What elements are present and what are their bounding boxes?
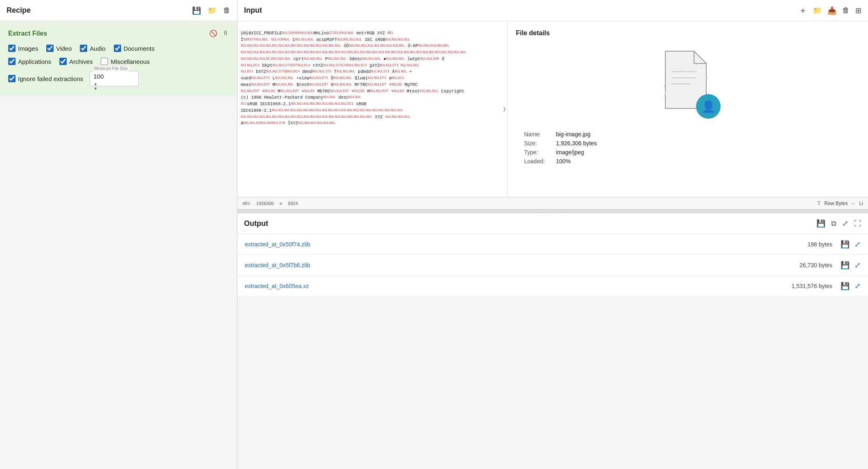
import-icon[interactable]: 📥 (827, 6, 836, 15)
output-filename-1[interactable]: extracted_at_0x50f74.zlib (245, 241, 310, 248)
output-save-2[interactable]: 💾 (841, 261, 850, 270)
li-button[interactable]: Li (859, 201, 863, 206)
folder-icon[interactable]: 📁 (208, 6, 217, 15)
file-size-row: Size: 1,926,306 bytes (524, 140, 597, 147)
output-panel: Output 💾 ⧉ ⤢ ⛶ extracted_at_0x50f74.zlib… (237, 213, 868, 469)
file-details-title: File details (516, 29, 550, 37)
input-body: ÿ0ÿâXICC_PROFILENULSOHSOHNULNULĦHLinoSTX… (237, 21, 868, 197)
hex-status-bar: abc 1926306 ≡ 6924 𝕋 Raw Bytes ← Li (237, 197, 868, 210)
save-icon[interactable]: 💾 (192, 6, 201, 15)
output-save-3[interactable]: 💾 (841, 282, 850, 291)
output-right-3: 1,531,576 bytes 💾 ⤢ (791, 282, 861, 291)
output-export-2[interactable]: ⤢ (854, 261, 861, 270)
recipe-title: Recipe (7, 6, 31, 15)
type-value: image/jpeg (556, 149, 584, 156)
miscellaneous-label: Miscellaneous (111, 58, 149, 65)
size-value: 1,926,306 bytes (556, 140, 597, 147)
output-size-2: 26,730 bytes (800, 262, 832, 268)
miscellaneous-checkbox[interactable] (101, 58, 108, 65)
input-title: Input (244, 6, 262, 15)
file-loaded-row: Loaded: 100% (524, 158, 597, 165)
plus-icon[interactable]: ＋ (799, 5, 807, 16)
hex-stats: abc 1926306 ≡ 6924 (242, 201, 298, 206)
video-checkbox-item[interactable]: Video (46, 45, 72, 52)
video-label: Video (56, 45, 72, 52)
audio-label: Audio (90, 45, 105, 52)
recipe-header-icons: 💾 📁 🗑 (192, 6, 231, 15)
output-expand-icon[interactable]: ⤢ (842, 219, 848, 228)
documents-checkbox-item[interactable]: Documents (114, 45, 155, 52)
extract-files-section: Extract Files 🚫 ⏸ Images Video Audio (0, 21, 237, 96)
audio-checkbox-item[interactable]: Audio (80, 45, 105, 52)
recipe-header: Recipe 💾 📁 🗑 (0, 0, 237, 21)
output-export-3[interactable]: ⤢ (854, 282, 861, 291)
applications-checkbox[interactable] (8, 58, 16, 65)
output-copy-icon[interactable]: ⧉ (831, 219, 836, 228)
audio-checkbox[interactable] (80, 45, 87, 52)
output-item-2: extracted_at_0x5f7b6.zlib 26,730 bytes 💾… (237, 255, 868, 276)
output-fullscreen-icon[interactable]: ⛶ (854, 219, 861, 228)
file-meta: Name: big-image.jpg Size: 1,926,306 byte… (524, 131, 597, 167)
output-list: extracted_at_0x50f74.zlib 198 bytes 💾 ⤢ … (237, 234, 868, 469)
delete-icon[interactable]: 🗑 (842, 6, 850, 15)
trash-icon[interactable]: 🗑 (223, 6, 231, 15)
hex-lines-count: 6924 (288, 201, 298, 206)
loaded-value: 100% (556, 158, 571, 165)
images-checkbox-item[interactable]: Images (8, 45, 38, 52)
file-name-row: Name: big-image.jpg (524, 131, 597, 138)
name-label: Name: (524, 131, 553, 138)
applications-checkbox-item[interactable]: Applications (8, 58, 51, 65)
arrow-icon: ← (851, 201, 856, 206)
output-item-3: extracted_at_0x605ea.xz 1,531,576 bytes … (237, 276, 868, 297)
documents-checkbox[interactable] (114, 45, 121, 52)
output-right-1: 198 bytes 💾 ⤢ (807, 240, 861, 249)
input-header: Input ＋ 📁 📥 🗑 ⊞ (237, 0, 868, 21)
hex-scroll-arrow[interactable]: ❯ (502, 104, 506, 114)
output-save-1[interactable]: 💾 (841, 240, 850, 249)
output-header-icons: 💾 ⧉ ⤢ ⛶ (816, 219, 861, 228)
left-panel: Recipe 💾 📁 🗑 Extract Files 🚫 ⏸ Images (0, 0, 237, 469)
hex-content: ÿ0ÿâXICC_PROFILENULSOHSOHNULNULĦHLinoSTX… (241, 24, 504, 182)
file-type-row-1: Images Video Audio Documents (8, 45, 229, 52)
archives-checkbox-item[interactable]: Archives (59, 58, 93, 65)
hex-mode-controls: 𝕋 Raw Bytes ← Li (817, 201, 863, 206)
type-label: Type: (524, 149, 553, 156)
min-file-size-row: Ignore failed extractions Minimum File S… (8, 71, 229, 86)
grid-icon[interactable]: ⊞ (855, 6, 861, 15)
panel-divider[interactable]: · · · · · · · · · (237, 210, 868, 213)
images-checkbox[interactable] (8, 45, 16, 52)
ignore-failed-checkbox[interactable] (8, 75, 16, 82)
ignore-failed-checkbox-item[interactable]: Ignore failed extractions (8, 75, 83, 82)
font-icon: 𝕋 (817, 201, 821, 206)
output-export-1[interactable]: ⤢ (854, 240, 861, 249)
new-folder-icon[interactable]: 📁 (813, 6, 822, 15)
file-badge: 👤 (696, 94, 721, 119)
spinner-arrows[interactable]: ▲ ▼ (93, 81, 97, 91)
min-size-box: Minimum File Size 100 ▲ ▼ (90, 71, 139, 86)
file-details-panel: File details (508, 21, 868, 197)
hex-view: ÿ0ÿâXICC_PROFILENULSOHSOHNULNULĦHLinoSTX… (237, 21, 508, 197)
file-type-row: Type: image/jpeg (524, 149, 597, 156)
ban-icon[interactable]: 🚫 (209, 29, 217, 37)
file-type-row-2: Applications Archives Miscellaneous (8, 58, 229, 65)
output-filename-3[interactable]: extracted_at_0x605ea.xz (245, 283, 309, 289)
output-size-3: 1,531,576 bytes (791, 283, 832, 289)
spinner-down[interactable]: ▼ (93, 86, 97, 91)
pause-icon[interactable]: ⏸ (222, 29, 229, 37)
spinner-up[interactable]: ▲ (93, 81, 97, 86)
min-size-value: 100 (93, 73, 104, 80)
hex-lines-icon: ≡ (280, 201, 282, 206)
output-right-2: 26,730 bytes 💾 ⤢ (800, 261, 861, 270)
name-value: big-image.jpg (556, 131, 590, 138)
output-filename-2[interactable]: extracted_at_0x5f7b6.zlib (245, 262, 310, 268)
raw-bytes-button[interactable]: Raw Bytes (824, 201, 848, 206)
archives-label: Archives (69, 58, 93, 65)
archives-checkbox[interactable] (59, 58, 67, 65)
input-header-icons: ＋ 📁 📥 🗑 ⊞ (799, 5, 861, 16)
video-checkbox[interactable] (46, 45, 54, 52)
output-size-1: 198 bytes (807, 241, 832, 248)
extract-header-icons: 🚫 ⏸ (209, 29, 229, 37)
output-save-icon[interactable]: 💾 (816, 219, 825, 228)
file-icon-area: 👤 (659, 49, 717, 115)
miscellaneous-checkbox-item[interactable]: Miscellaneous (101, 58, 149, 65)
